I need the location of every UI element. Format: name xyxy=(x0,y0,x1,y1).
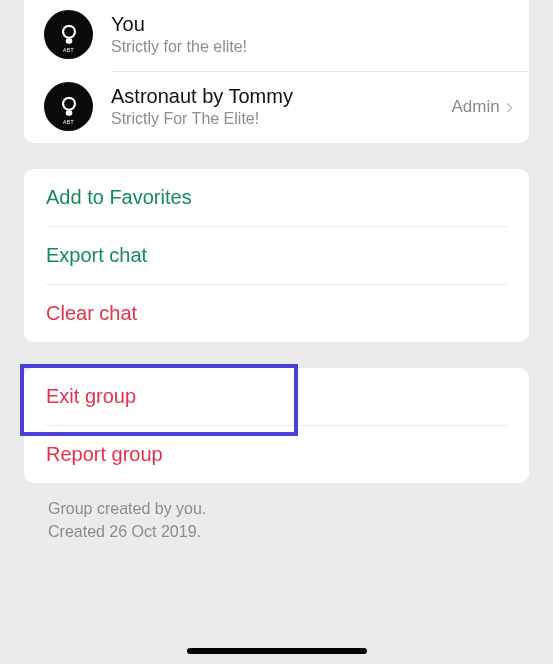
astronaut-icon xyxy=(56,94,82,120)
participant-role-badge: Admin xyxy=(451,97,499,117)
participant-name: You xyxy=(111,12,513,36)
group-meta: Group created by you. Created 26 Oct 201… xyxy=(48,497,505,543)
actions-card: Add to Favorites Export chat Clear chat xyxy=(24,169,529,342)
participant-name: Astronaut by Tommy xyxy=(111,84,451,108)
report-group-button[interactable]: Report group xyxy=(24,426,529,483)
clear-chat-button[interactable]: Clear chat xyxy=(24,285,529,342)
meta-created-date: Created 26 Oct 2019. xyxy=(48,520,505,543)
chevron-right-icon: › xyxy=(506,94,513,120)
add-to-favorites-button[interactable]: Add to Favorites xyxy=(24,169,529,226)
participants-card: ABT You Strictly for the elite! ABT Astr… xyxy=(24,0,529,143)
svg-point-4 xyxy=(64,98,74,108)
export-chat-button[interactable]: Export chat xyxy=(24,227,529,284)
participant-status: Strictly For The Elite! xyxy=(111,109,451,128)
meta-created-by: Group created by you. xyxy=(48,497,505,520)
astronaut-icon xyxy=(56,22,82,48)
participant-row-self[interactable]: ABT You Strictly for the elite! xyxy=(24,0,529,71)
participant-status: Strictly for the elite! xyxy=(111,37,513,56)
participant-info: Astronaut by Tommy Strictly For The Elit… xyxy=(111,84,451,128)
svg-rect-5 xyxy=(65,110,72,115)
svg-rect-2 xyxy=(65,38,72,43)
avatar-label: ABT xyxy=(63,119,74,125)
avatar: ABT xyxy=(44,10,93,59)
participant-info: You Strictly for the elite! xyxy=(111,12,513,56)
participant-row-member[interactable]: ABT Astronaut by Tommy Strictly For The … xyxy=(24,72,529,143)
exit-group-button[interactable]: Exit group xyxy=(24,368,529,425)
avatar: ABT xyxy=(44,82,93,131)
home-indicator[interactable] xyxy=(187,648,367,654)
danger-card: Exit group Report group xyxy=(24,368,529,483)
svg-point-1 xyxy=(64,26,74,36)
avatar-label: ABT xyxy=(63,47,74,53)
